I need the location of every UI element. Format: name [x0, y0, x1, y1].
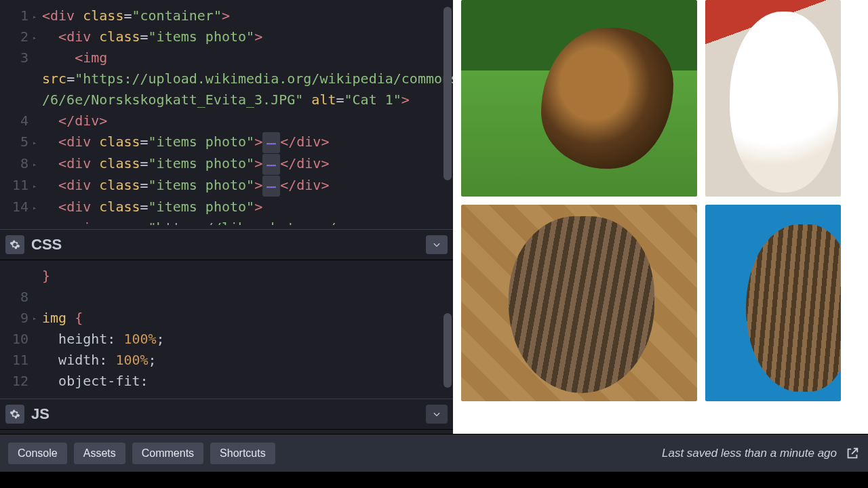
css-scrollbar[interactable]	[443, 267, 452, 388]
js-settings-gear-icon[interactable]	[5, 405, 24, 424]
css-editor-panel: CSS }89▸img {10 height: 100%;11 width: 1…	[0, 229, 453, 394]
preview-image-2	[705, 0, 841, 197]
open-external-icon[interactable]	[845, 446, 860, 461]
assets-button[interactable]: Assets	[74, 443, 125, 464]
preview-image-3	[461, 205, 697, 401]
footer-bar: Console Assets Comments Shortcuts Last s…	[0, 434, 868, 472]
html-editor[interactable]: 1▸<div class="container">2▸ <div class="…	[0, 0, 453, 225]
css-editor[interactable]: }89▸img {10 height: 100%;11 width: 100%;…	[0, 260, 453, 394]
css-settings-gear-icon[interactable]	[5, 235, 24, 254]
html-editor-panel: 1▸<div class="container">2▸ <div class="…	[0, 0, 453, 225]
html-scrollbar[interactable]	[443, 7, 452, 218]
shortcuts-button[interactable]: Shortcuts	[210, 443, 275, 464]
preview-image-4	[705, 205, 841, 401]
comments-button[interactable]: Comments	[132, 443, 203, 464]
console-button[interactable]: Console	[8, 443, 67, 464]
js-panel-title: JS	[31, 405, 50, 423]
js-editor-panel: JS	[0, 399, 453, 434]
save-status-text: Last saved less than a minute ago	[662, 447, 837, 460]
js-collapse-chevron-icon[interactable]	[426, 405, 448, 424]
css-collapse-chevron-icon[interactable]	[426, 235, 448, 254]
css-panel-title: CSS	[31, 236, 62, 253]
preview-image-1	[461, 0, 697, 197]
preview-pane[interactable]	[453, 0, 868, 434]
